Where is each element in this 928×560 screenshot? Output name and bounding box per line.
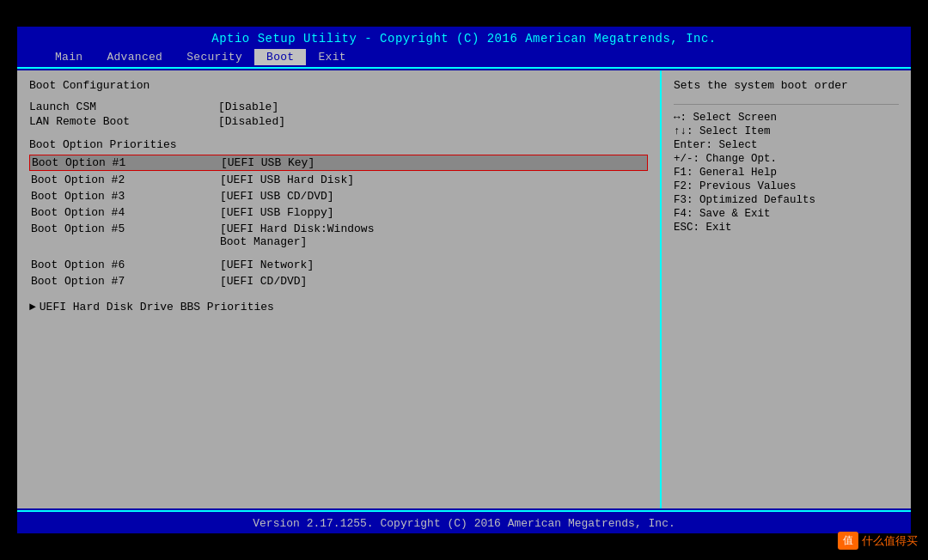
submenu-arrow-icon: ► [29,301,36,313]
top-divider [17,67,911,69]
watermark-badge: 值 [838,532,858,550]
help-f1: F1: General Help [674,167,899,179]
boot-option-4-label: Boot Option #4 [31,206,220,219]
boot-option-4-value: [UEFI USB Floppy] [220,206,334,219]
boot-option-5-label: Boot Option #5 [31,222,220,248]
bottom-divider [17,510,911,512]
help-f3: F3: Optimized Defaults [674,194,899,206]
boot-option-5-value: [UEFI Hard Disk:WindowsBoot Manager] [220,222,374,248]
right-panel: Sets the system boot order ↔: Select Scr… [662,70,911,508]
menu-advanced[interactable]: Advanced [95,49,174,65]
boot-option-1-label: Boot Option #1 [32,156,221,169]
menu-boot[interactable]: Boot [254,49,306,65]
watermark: 值 什么值得买 [838,532,918,550]
boot-option-3-row[interactable]: Boot Option #3 [UEFI USB CD/DVD] [29,189,648,204]
boot-option-7-label: Boot Option #7 [31,275,220,288]
watermark-site: 什么值得买 [862,533,918,549]
right-divider [674,104,899,105]
help-enter: Enter: Select [674,139,899,151]
lan-remote-boot-row: LAN Remote Boot [Disabled] [29,115,648,128]
title-text: Aptio Setup Utility - Copyright (C) 2016… [211,32,717,46]
help-change-opt: +/-: Change Opt. [674,153,899,165]
right-description: Sets the system boot order [674,79,899,92]
boot-option-6-row[interactable]: Boot Option #6 [UEFI Network] [29,258,648,272]
boot-option-2-value: [UEFI USB Hard Disk] [220,173,354,186]
lan-remote-label: LAN Remote Boot [29,115,218,128]
help-select-item: ↑↓: Select Item [674,125,899,137]
menu-exit[interactable]: Exit [306,49,357,65]
boot-option-6-label: Boot Option #6 [31,259,220,271]
boot-option-4-row[interactable]: Boot Option #4 [UEFI USB Floppy] [29,205,648,220]
menu-main[interactable]: Main [43,49,95,65]
help-esc: ESC: Exit [674,222,899,234]
menu-bar: Main Advanced Security Boot Exit [17,49,911,65]
lan-remote-value[interactable]: [Disabled] [218,115,285,128]
title-bar: Aptio Setup Utility - Copyright (C) 2016… [17,27,911,49]
help-select-screen: ↔: Select Screen [674,112,899,124]
submenu-row[interactable]: ► UEFI Hard Disk Drive BBS Priorities [29,301,648,313]
status-text: Version 2.17.1255. Copyright (C) 2016 Am… [253,517,675,530]
boot-option-3-label: Boot Option #3 [31,190,220,203]
boot-option-2-row[interactable]: Boot Option #2 [UEFI USB Hard Disk] [29,173,648,187]
status-bar: Version 2.17.1255. Copyright (C) 2016 Am… [17,514,911,533]
help-f2: F2: Previous Values [674,180,899,192]
boot-option-2-label: Boot Option #2 [31,173,220,186]
boot-option-5-row[interactable]: Boot Option #5 [UEFI Hard Disk:WindowsBo… [29,222,648,249]
boot-option-3-value: [UEFI USB CD/DVD] [220,190,334,203]
launch-csm-row: Launch CSM [Disable] [29,100,648,113]
boot-config-title: Boot Configuration [29,79,648,92]
help-f4: F4: Save & Exit [674,208,899,220]
content-area: Boot Configuration Launch CSM [Disable] … [17,70,911,508]
launch-csm-label: Launch CSM [29,100,218,113]
boot-option-1-row[interactable]: Boot Option #1 [UEFI USB Key] [29,155,648,171]
boot-option-6-value: [UEFI Network] [220,259,314,271]
launch-csm-value[interactable]: [Disable] [218,100,278,113]
priorities-header: Boot Option Priorities [29,138,648,151]
boot-option-7-value: [UEFI CD/DVD] [220,275,307,288]
left-panel: Boot Configuration Launch CSM [Disable] … [17,70,662,508]
submenu-label: UEFI Hard Disk Drive BBS Priorities [40,301,274,313]
boot-option-7-row[interactable]: Boot Option #7 [UEFI CD/DVD] [29,274,648,289]
menu-security[interactable]: Security [174,49,254,65]
boot-option-1-value: [UEFI USB Key] [221,156,314,169]
